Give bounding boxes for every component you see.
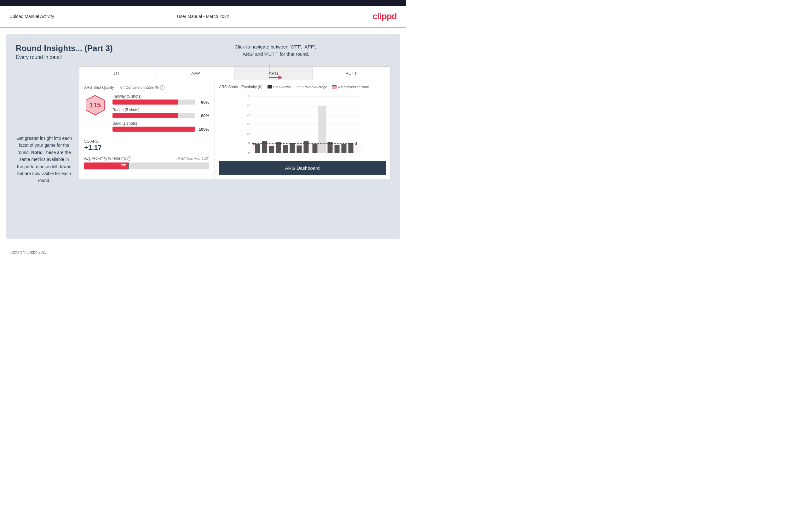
hexagon: 115 [84, 94, 106, 116]
shot-quality-label: ARG Shot Quality [84, 86, 114, 90]
description-text: Get greater insight into each facet of y… [16, 135, 72, 184]
svg-rect-30 [328, 142, 333, 153]
arg-dashboard-button[interactable]: ARG Dashboard [219, 161, 386, 175]
hexagon-score-row: 115 Fairway (5 shots) 80% [84, 94, 209, 135]
note-label: Note: [31, 150, 43, 155]
clippd-logo: clippd [373, 11, 397, 21]
chart-title: ARG Shots - Proximity (ft) [219, 85, 262, 89]
svg-rect-33 [349, 143, 354, 153]
header: Upload Manual Activity User Manual - Mar… [0, 6, 406, 28]
top-bar [0, 0, 406, 6]
dashboard-body: ARG Shot Quality 6ft Conversion Zone % ?… [79, 80, 390, 179]
tab-putt[interactable]: PUTT [312, 67, 390, 80]
svg-rect-28 [318, 106, 326, 153]
svg-text:30: 30 [247, 95, 250, 98]
navigate-instruction: Click to navigate between 'OTT', 'APP', … [235, 44, 316, 86]
tab-ott[interactable]: OTT [79, 67, 157, 80]
chart-area: 0 5 10 15 20 25 30 [219, 92, 386, 155]
pga-avg-label: ↑ PGA Tour Avg: 7'10" [175, 157, 209, 160]
bar-row-rough: Rough (5 shots) 80% [112, 108, 209, 118]
svg-text:10: 10 [247, 132, 250, 135]
svg-text:25: 25 [247, 104, 250, 107]
conversion-zone-label: 6ft Conversion Zone % ? [120, 86, 164, 90]
svg-rect-32 [342, 144, 347, 153]
proximity-section: Avg Proximity to Hole (ft) ? ↑ PGA Tour … [84, 156, 209, 169]
upload-label: Upload Manual Activity [9, 14, 54, 19]
page-title: Round Insights... (Part 3) [16, 44, 391, 53]
svg-text:8: 8 [355, 142, 357, 146]
chart-svg: 0 5 10 15 20 25 30 [219, 92, 386, 155]
bar-pct-rough: 80% [197, 113, 209, 118]
bar-fill-sand [112, 127, 195, 132]
svg-text:20: 20 [247, 113, 250, 116]
svg-marker-2 [278, 75, 282, 80]
legend-dashed-icon [296, 87, 302, 87]
bar-fill-rough [112, 113, 179, 118]
bar-row-fairway: Fairway (5 shots) 80% [112, 94, 209, 105]
bar-track-fairway [112, 100, 195, 105]
legend-hatched-icon [332, 86, 337, 89]
navigation-arrow [266, 60, 285, 86]
proximity-bar-fill: 77' [84, 163, 128, 169]
bar-fill-fairway [112, 100, 179, 105]
bar-pct-sand: 100% [197, 127, 209, 132]
sg-value: +1.17 [84, 144, 209, 152]
bar-row-sand: Sand (1 shots) 100% [112, 121, 209, 132]
legend-box-icon [267, 86, 272, 89]
svg-text:0: 0 [248, 151, 250, 154]
svg-rect-24 [283, 145, 288, 153]
header-center-label: User Manual - March 2022 [177, 14, 230, 19]
proximity-help-icon[interactable]: ? [127, 156, 132, 161]
bar-label-rough: Rough (5 shots) [112, 108, 209, 112]
copyright-text: Copyright Clippd 2021 [9, 250, 47, 255]
bar-track-rough [112, 113, 195, 118]
svg-rect-29 [313, 144, 318, 153]
proximity-header: Avg Proximity to Hole (ft) ? ↑ PGA Tour … [84, 156, 209, 161]
bar-pct-fairway: 80% [197, 100, 209, 105]
svg-text:15: 15 [247, 123, 250, 126]
svg-rect-21 [262, 141, 267, 153]
svg-rect-31 [335, 145, 340, 153]
chart-header: ARG Shots - Proximity (ft) Up & Down Rou… [219, 85, 386, 89]
bar-label-fairway: Fairway (5 shots) [112, 94, 209, 99]
sg-label: SG ARG [84, 139, 209, 144]
svg-rect-25 [290, 143, 295, 153]
footer: Copyright Clippd 2021 [0, 245, 406, 260]
svg-rect-27 [304, 141, 309, 153]
svg-rect-26 [297, 146, 302, 153]
proximity-bar-track: 77' [84, 163, 209, 169]
page-subtitle: Every round in detail [16, 54, 391, 60]
svg-rect-23 [276, 142, 281, 153]
tab-app[interactable]: APP [157, 67, 235, 80]
proximity-bar-value: 77' [121, 164, 126, 168]
right-panel: ARG Shots - Proximity (ft) Up & Down Rou… [215, 80, 390, 179]
svg-rect-22 [269, 146, 274, 153]
bars-section: Fairway (5 shots) 80% Rough (5 shots) [112, 94, 209, 135]
shot-quality-header: ARG Shot Quality 6ft Conversion Zone % ? [84, 86, 209, 90]
sg-section: SG ARG +1.17 [84, 139, 209, 152]
svg-rect-20 [255, 144, 260, 153]
bar-label-sand: Sand (1 shots) [112, 121, 209, 126]
svg-text:5: 5 [248, 142, 250, 145]
hexagon-number: 115 [90, 101, 101, 109]
left-panel: ARG Shot Quality 6ft Conversion Zone % ?… [79, 80, 215, 179]
main-content: Round Insights... (Part 3) Every round i… [6, 34, 400, 239]
legend-up-down: Up & Down [267, 85, 291, 89]
legend-round-avg: Round Average [296, 85, 327, 89]
proximity-cursor [128, 163, 129, 169]
bar-track-sand [112, 127, 195, 132]
legend-conversion-zone: 6 ft conversion zone [332, 85, 369, 89]
proximity-label: Avg Proximity to Hole (ft) ? [84, 156, 132, 161]
help-icon[interactable]: ? [160, 86, 164, 90]
